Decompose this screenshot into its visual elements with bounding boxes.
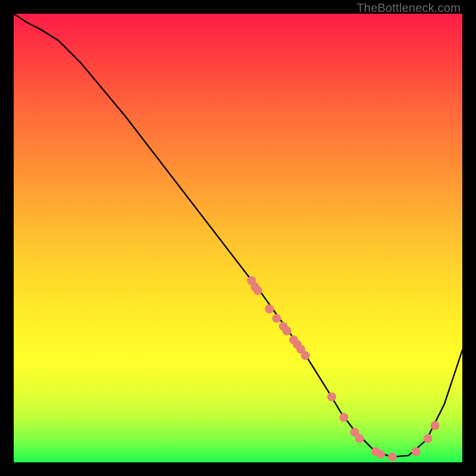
marker-group (247, 276, 439, 461)
marker-dot (301, 351, 310, 360)
marker-dot (388, 452, 397, 461)
attribution-text: TheBottleneck.com (356, 1, 461, 15)
marker-dot (412, 447, 421, 456)
bottleneck-curve (14, 14, 462, 457)
marker-dot (253, 286, 262, 295)
chart-svg (14, 14, 462, 462)
marker-dot (423, 434, 432, 443)
chart-plot-area (14, 14, 462, 462)
marker-dot (265, 305, 274, 314)
marker-dot (355, 434, 364, 443)
marker-dot (327, 392, 336, 401)
marker-dot (376, 450, 385, 459)
marker-dot (272, 314, 281, 322)
marker-dot (339, 413, 348, 422)
marker-dot (283, 327, 292, 336)
marker-dot (431, 421, 440, 430)
